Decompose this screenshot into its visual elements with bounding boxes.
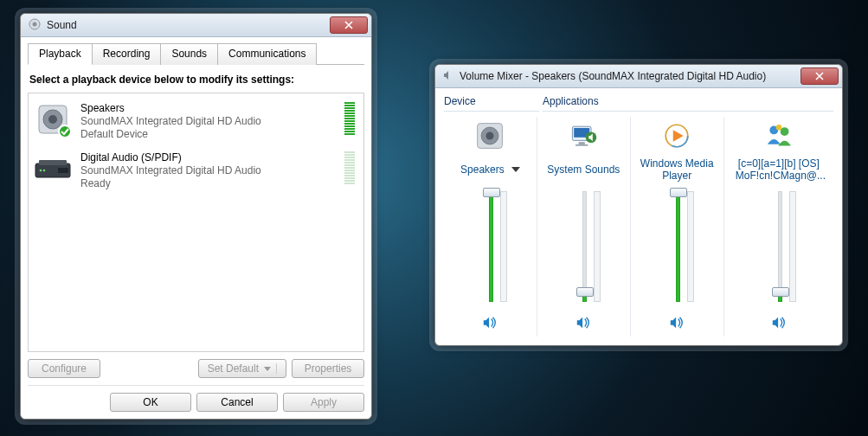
close-icon	[815, 72, 824, 80]
level-meter	[344, 102, 355, 135]
device-status: Default Device	[80, 128, 336, 141]
svg-point-5	[59, 125, 70, 137]
mute-button[interactable]	[573, 312, 594, 333]
device-status: Ready	[80, 177, 336, 190]
svg-point-1	[33, 22, 37, 26]
speaker-icon	[482, 315, 498, 330]
mixer-column-app: Windows Media Player	[630, 117, 723, 337]
svg-point-13	[486, 132, 494, 140]
tab-recording[interactable]: Recording	[92, 43, 162, 65]
device-text: Digital Audio (S/PDIF) SoundMAX Integrat…	[80, 151, 336, 190]
speaker-icon	[771, 315, 787, 330]
speaker-icon	[575, 315, 591, 330]
device-name: Speakers	[80, 102, 336, 115]
column-label[interactable]: Windows Media Player	[631, 157, 723, 183]
volume-slider[interactable]	[575, 188, 592, 305]
mixer-column-app: System Sounds	[537, 117, 630, 337]
ok-button[interactable]: OK	[110, 393, 191, 412]
speakers-icon	[34, 102, 72, 137]
tab-playback[interactable]: Playback	[28, 43, 93, 65]
svg-rect-7	[39, 160, 67, 165]
device-name: Digital Audio (S/PDIF)	[80, 151, 336, 164]
close-button[interactable]	[800, 67, 839, 85]
svg-point-23	[776, 125, 782, 131]
applications-header: Applications	[539, 95, 833, 107]
properties-button[interactable]: Properties	[292, 359, 364, 378]
window-title: Sound	[47, 19, 330, 31]
device-text: Speakers SoundMAX Integrated Digital HD …	[80, 102, 336, 141]
set-default-button[interactable]: Set Default	[198, 359, 286, 378]
speakers-icon[interactable]	[444, 119, 537, 153]
speaker-icon	[669, 315, 685, 330]
tab-sounds[interactable]: Sounds	[160, 43, 218, 65]
device-desc: SoundMAX Integrated Digital HD Audio	[80, 164, 336, 177]
svg-point-4	[48, 115, 57, 124]
apply-button[interactable]: Apply	[283, 393, 364, 412]
volume-slider[interactable]	[770, 188, 788, 305]
chevron-down-icon	[264, 367, 271, 371]
device-header: Device	[444, 95, 539, 107]
mixer-columns: Speakers System Sounds	[444, 117, 833, 337]
svg-point-8	[40, 170, 42, 172]
sound-dialog: Sound Playback Recording Sounds Communic…	[20, 13, 372, 420]
cancel-button[interactable]: Cancel	[196, 393, 278, 412]
device-item[interactable]: Digital Audio (S/PDIF) SoundMAX Integrat…	[30, 146, 362, 196]
instruction-text: Select a playback device below to modify…	[29, 74, 363, 86]
volume-slider[interactable]	[668, 188, 685, 305]
mixer-column-app: [c=0][a=1][b] [OS] MoF!cn!CMagn@...	[723, 117, 833, 337]
svg-point-9	[43, 170, 46, 172]
wmp-icon[interactable]	[631, 119, 723, 153]
device-desc: SoundMAX Integrated Digital HD Audio	[80, 115, 336, 128]
volume-icon	[442, 69, 454, 84]
mute-button[interactable]	[479, 312, 500, 333]
svg-point-22	[780, 127, 788, 136]
column-label[interactable]: [c=0][a=1][b] [OS] MoF!cn!CMagn@...	[724, 157, 833, 183]
volume-mixer-window: Volume Mixer - Speakers (SoundMAX Integr…	[434, 64, 843, 346]
device-item[interactable]: Speakers SoundMAX Integrated Digital HD …	[30, 97, 362, 146]
tab-bar: Playback Recording Sounds Communications	[28, 42, 364, 65]
configure-button[interactable]: Configure	[28, 359, 100, 378]
close-icon	[344, 21, 353, 29]
sound-icon	[28, 17, 42, 34]
system-sounds-icon[interactable]	[537, 119, 630, 153]
mute-button[interactable]	[666, 312, 687, 333]
messenger-icon[interactable]	[724, 119, 833, 153]
column-label[interactable]: System Sounds	[537, 157, 630, 183]
svg-rect-10	[58, 168, 68, 173]
volume-slider[interactable]	[481, 188, 498, 305]
spdif-icon	[34, 151, 72, 186]
set-default-label: Set Default	[208, 362, 259, 375]
window-title: Volume Mixer - Speakers (SoundMAX Integr…	[460, 70, 800, 82]
level-meter	[344, 151, 355, 184]
titlebar[interactable]: Sound	[21, 14, 371, 37]
svg-rect-16	[579, 142, 585, 144]
titlebar[interactable]: Volume Mixer - Speakers (SoundMAX Integr…	[435, 65, 842, 88]
device-list[interactable]: Speakers SoundMAX Integrated Digital HD …	[28, 93, 364, 352]
svg-rect-17	[575, 144, 588, 146]
mixer-column-device: Speakers	[444, 117, 537, 337]
tab-communications[interactable]: Communications	[217, 43, 317, 65]
close-button[interactable]	[330, 16, 368, 34]
mute-button[interactable]	[768, 312, 789, 333]
column-label[interactable]: Speakers	[444, 157, 537, 183]
chevron-down-icon	[511, 167, 520, 172]
